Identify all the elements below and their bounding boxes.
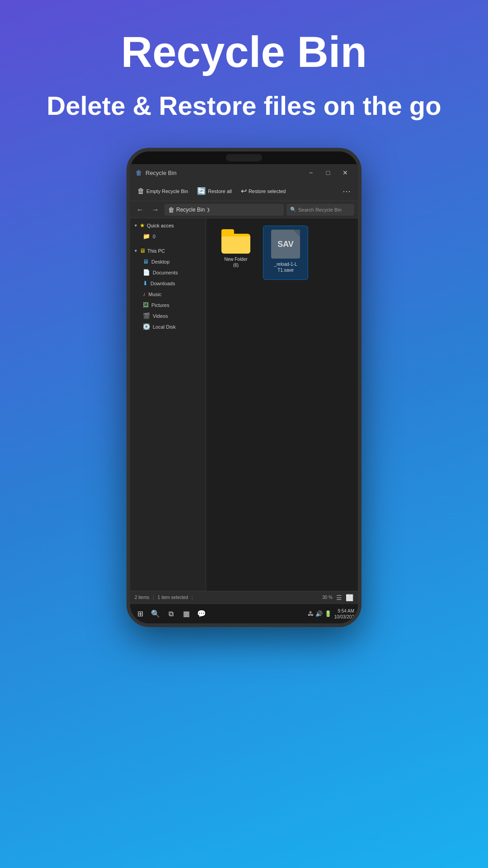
back-button[interactable]: ← [134, 205, 146, 215]
sidebar-item-desktop[interactable]: 🖥 Desktop [132, 256, 204, 267]
this-pc-header[interactable]: ▼ 🖥 This PC [130, 245, 206, 256]
sidebar-item-documents[interactable]: 📄 Documents [132, 267, 204, 278]
sidebar-item-localdisk[interactable]: 💽 Local Disk [132, 321, 204, 332]
volume-icon: 🔊 [315, 610, 323, 617]
trash-icon: 🗑 [137, 187, 145, 195]
search-placeholder: Search Recycle Bin [298, 207, 342, 212]
folder-icon: 📁 [143, 233, 150, 240]
titlebar-recycle-icon: 🗑 [135, 169, 143, 177]
sidebar: ▼ ★ Quick acces 📁 0 ▼ 🖥 This PC [130, 218, 206, 591]
restore-all-label: Restore all [208, 189, 232, 194]
system-tray: 🖧 🔊 🔋 [308, 610, 332, 617]
main-content: ▼ ★ Quick acces 📁 0 ▼ 🖥 This PC [130, 218, 358, 591]
status-bar: 2 items | 1 item selected | 30 % ☰ ⬜ [130, 591, 358, 604]
view-grid-button[interactable]: ⬜ [346, 594, 353, 601]
music-label: Music [149, 292, 162, 297]
taskbar-left: ⊞ 🔍 ⧉ ▦ 💬 [134, 608, 308, 620]
restore-all-button[interactable]: 🔄 Restore all [193, 185, 235, 197]
localdisk-icon: 💽 [143, 323, 150, 330]
selected-count: 1 item selected [158, 595, 188, 600]
videos-icon: 🎬 [143, 312, 150, 319]
restore-selected-label: Restore selected [249, 189, 286, 194]
hero-subtitle: Delete & Restore files on the go [28, 90, 459, 121]
clock-time: 9:54 AM [334, 608, 355, 614]
sidebar-item-videos[interactable]: 🎬 Videos [132, 311, 204, 321]
pictures-icon: 🖼 [143, 302, 149, 308]
downloads-icon: ⬇ [143, 280, 148, 287]
empty-recycle-bin-label: Empty Recycle Bin [146, 189, 188, 194]
task-view-button[interactable]: ⧉ [164, 608, 177, 620]
volume-down-btn[interactable] [360, 237, 361, 254]
quick-access-item-label: 0 [153, 234, 155, 239]
sav-label: _reload-1-LT1.save [274, 261, 297, 273]
location-bar[interactable]: 🗑 Recycle Bin ❯ [164, 204, 284, 216]
quick-access-label: Quick acces [147, 223, 174, 228]
widgets-button[interactable]: ▦ [180, 608, 192, 620]
battery-icon: 🔋 [324, 610, 332, 617]
phone-camera [226, 154, 262, 161]
phone-notch [130, 151, 358, 164]
quick-access-header[interactable]: ▼ ★ Quick acces [130, 220, 206, 231]
address-bar: ← → 🗑 Recycle Bin ❯ 🔍 Search Recycle Bin [130, 201, 358, 218]
folder-label: New Folder(6) [224, 256, 247, 268]
folder-icon-graphic [221, 229, 250, 254]
zoom-level: 30 % [322, 595, 333, 600]
documents-icon: 📄 [143, 269, 150, 276]
videos-label: Videos [153, 313, 168, 319]
search-taskbar-button[interactable]: 🔍 [149, 608, 162, 620]
network-icon: 🖧 [308, 610, 314, 617]
empty-recycle-bin-button[interactable]: 🗑 Empty Recycle Bin [134, 185, 192, 197]
ribbon-toolbar: 🗑 Empty Recycle Bin 🔄 Restore all ↩ Rest… [130, 181, 358, 201]
star-icon: ★ [140, 222, 145, 229]
quick-access-chevron: ▼ [134, 223, 138, 228]
maximize-button[interactable]: □ [320, 166, 336, 179]
minimize-button[interactable]: − [303, 166, 319, 179]
sidebar-item-music[interactable]: ♪ Music [132, 289, 204, 299]
this-pc-icon: 🖥 [140, 247, 145, 254]
sidebar-item-pictures[interactable]: 🖼 Pictures [132, 300, 204, 310]
file-area: New Folder(6) SAV _reload-1-LT1.save [206, 218, 358, 591]
search-bar[interactable]: 🔍 Search Recycle Bin [286, 204, 354, 216]
close-button[interactable]: ✕ [337, 166, 353, 179]
sidebar-item-0[interactable]: 📁 0 [132, 231, 204, 241]
volume-up-btn[interactable] [360, 215, 361, 231]
view-list-button[interactable]: ☰ [336, 594, 342, 601]
taskbar: ⊞ 🔍 ⧉ ▦ 💬 🖧 🔊 🔋 9:54 AM 10/03/202 [130, 604, 358, 623]
statusbar-separator2: | [192, 595, 193, 600]
quick-access-section: ▼ ★ Quick acces 📁 0 [130, 218, 206, 244]
music-icon: ♪ [143, 291, 146, 297]
documents-label: Documents [153, 270, 178, 275]
downloads-label: Downloads [150, 281, 175, 286]
location-chevron: ❯ [206, 207, 210, 212]
file-item-newfolder[interactable]: New Folder(6) [213, 226, 258, 280]
pictures-label: Pictures [151, 302, 169, 308]
phone-mockup: 🗑 Recycle Bin − □ ✕ 🗑 Empty Recycle Bin … [127, 148, 361, 627]
restore-all-icon: 🔄 [197, 187, 206, 195]
desktop-icon: 🖥 [143, 258, 149, 265]
window-titlebar: 🗑 Recycle Bin − □ ✕ [130, 164, 358, 181]
titlebar-title: Recycle Bin [145, 170, 303, 176]
file-item-savefile[interactable]: SAV _reload-1-LT1.save [263, 226, 308, 280]
restore-selected-button[interactable]: ↩ Restore selected [237, 185, 290, 197]
desktop-label: Desktop [151, 259, 169, 264]
chat-button[interactable]: 💬 [195, 608, 208, 620]
window-controls: − □ ✕ [303, 166, 353, 179]
forward-button[interactable]: → [149, 205, 162, 215]
this-pc-chevron: ▼ [134, 249, 138, 253]
location-text: Recycle Bin [176, 207, 205, 213]
localdisk-label: Local Disk [153, 324, 176, 330]
this-pc-section: ▼ 🖥 This PC 🖥 Desktop 📄 Documents ⬇ [130, 244, 206, 334]
taskbar-right: 🖧 🔊 🔋 9:54 AM 10/03/202 [308, 608, 355, 620]
statusbar-info: 2 items | 1 item selected | [135, 595, 322, 600]
hero-title: Recycle Bin [121, 27, 367, 77]
clock-date: 10/03/202 [334, 614, 355, 620]
phone-screen: 🗑 Recycle Bin − □ ✕ 🗑 Empty Recycle Bin … [130, 164, 358, 623]
statusbar-separator1: | [153, 595, 154, 600]
taskbar-clock[interactable]: 9:54 AM 10/03/202 [334, 608, 355, 620]
this-pc-label: This PC [147, 248, 165, 254]
ribbon-more-button[interactable]: ⋯ [339, 184, 354, 198]
sav-icon-graphic: SAV [271, 230, 300, 259]
start-button[interactable]: ⊞ [134, 608, 146, 620]
item-count: 2 items [135, 595, 149, 600]
sidebar-item-downloads[interactable]: ⬇ Downloads [132, 278, 204, 288]
